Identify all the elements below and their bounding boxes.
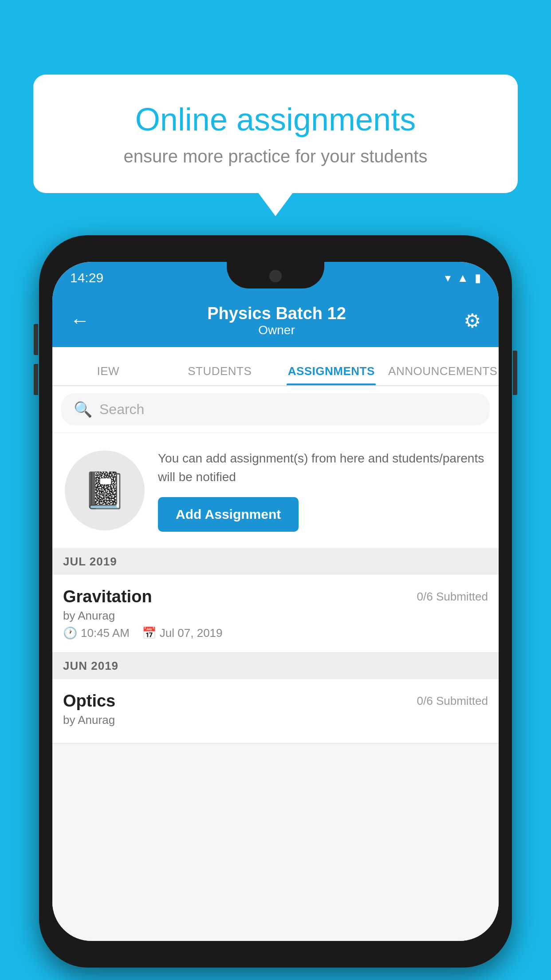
assignment-time: 10:45 AM bbox=[81, 626, 130, 640]
section-header-jul: JUL 2019 bbox=[52, 549, 499, 575]
speech-bubble-subtitle: ensure more practice for your students bbox=[60, 146, 491, 166]
vol-down-button bbox=[34, 364, 38, 395]
tab-announcements[interactable]: ANNOUNCEMENTS bbox=[387, 364, 499, 385]
settings-icon[interactable]: ⚙ bbox=[464, 309, 481, 332]
assignment-date: Jul 07, 2019 bbox=[160, 626, 223, 640]
search-bar[interactable]: 🔍 Search bbox=[61, 393, 490, 425]
assignment-submitted: 0/6 Submitted bbox=[417, 590, 488, 604]
notebook-icon: 📓 bbox=[83, 470, 127, 511]
tab-iew[interactable]: IEW bbox=[52, 364, 164, 385]
phone-device: 14:29 ▾ ▲ ▮ ← Physics Batch 12 Owner ⚙ I… bbox=[39, 235, 512, 968]
clock-icon: 🕐 bbox=[63, 626, 77, 640]
assignment-gravitation[interactable]: Gravitation 0/6 Submitted by Anurag 🕐 10… bbox=[52, 575, 499, 653]
speech-bubble-title: Online assignments bbox=[60, 101, 491, 138]
assignment-name: Gravitation bbox=[63, 587, 152, 606]
search-bar-wrap: 🔍 Search bbox=[52, 386, 499, 432]
search-icon: 🔍 bbox=[74, 400, 92, 418]
app-bar-title-wrap: Physics Batch 12 Owner bbox=[207, 304, 346, 337]
front-camera bbox=[269, 270, 282, 282]
meta-time: 🕐 10:45 AM bbox=[63, 626, 130, 640]
wifi-icon: ▾ bbox=[445, 271, 451, 285]
status-time: 14:29 bbox=[70, 270, 103, 285]
signal-icon: ▲ bbox=[457, 271, 468, 285]
battery-icon: ▮ bbox=[475, 271, 481, 285]
assignment-top: Gravitation 0/6 Submitted bbox=[63, 587, 488, 606]
info-card: 📓 You can add assignment(s) from here an… bbox=[52, 433, 499, 548]
assignment-optics[interactable]: Optics 0/6 Submitted by Anurag bbox=[52, 679, 499, 743]
assignment-icon-circle: 📓 bbox=[65, 450, 145, 530]
app-bar-subtitle: Owner bbox=[207, 323, 346, 337]
back-button[interactable]: ← bbox=[70, 309, 90, 332]
content-area: 🔍 Search 📓 You can add assignment(s) fro… bbox=[52, 386, 499, 941]
assignment-by: by Anurag bbox=[63, 609, 488, 623]
add-assignment-button[interactable]: Add Assignment bbox=[158, 497, 299, 532]
app-bar: ← Physics Batch 12 Owner ⚙ bbox=[52, 294, 499, 347]
assignment-meta: 🕐 10:45 AM 📅 Jul 07, 2019 bbox=[63, 626, 488, 640]
phone-notch bbox=[227, 262, 324, 288]
section-header-jun: JUN 2019 bbox=[52, 653, 499, 679]
tab-students[interactable]: STUDENTS bbox=[164, 364, 276, 385]
phone-screen: 14:29 ▾ ▲ ▮ ← Physics Batch 12 Owner ⚙ I… bbox=[52, 262, 499, 941]
assignment-top-optics: Optics 0/6 Submitted bbox=[63, 692, 488, 711]
calendar-icon: 📅 bbox=[142, 626, 156, 640]
app-bar-title: Physics Batch 12 bbox=[207, 304, 346, 323]
info-text-block: You can add assignment(s) from here and … bbox=[158, 449, 486, 532]
power-button bbox=[513, 351, 517, 395]
meta-date: 📅 Jul 07, 2019 bbox=[142, 626, 223, 640]
info-description: You can add assignment(s) from here and … bbox=[158, 449, 486, 486]
assignment-submitted-optics: 0/6 Submitted bbox=[417, 694, 488, 708]
vol-up-button bbox=[34, 324, 38, 355]
status-icons: ▾ ▲ ▮ bbox=[445, 271, 481, 285]
tab-assignments[interactable]: ASSIGNMENTS bbox=[276, 364, 387, 385]
assignment-by-optics: by Anurag bbox=[63, 713, 488, 727]
assignment-name-optics: Optics bbox=[63, 692, 115, 711]
search-input[interactable]: Search bbox=[99, 401, 144, 418]
tabs-bar: IEW STUDENTS ASSIGNMENTS ANNOUNCEMENTS bbox=[52, 347, 499, 386]
speech-bubble: Online assignments ensure more practice … bbox=[33, 75, 518, 193]
